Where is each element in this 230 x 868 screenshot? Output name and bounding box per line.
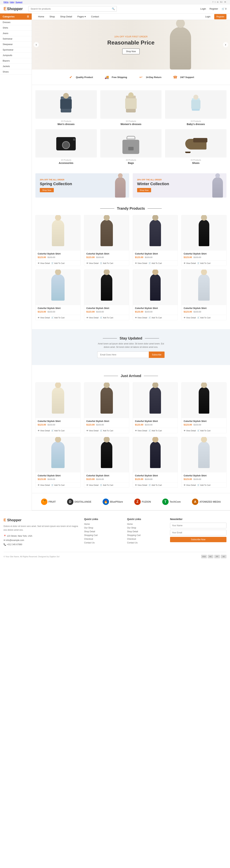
email-icon[interactable]: ✉ [224,1,226,3]
nav-pages[interactable]: Pages ▾ [75,13,88,20]
nav-shop-detail[interactable]: Shop Detail [58,13,75,20]
product-price: $123.00 $103.00 [86,423,127,426]
add-to-cart-link[interactable]: 🛒 Add To Cart [51,429,65,432]
newsletter-email-input[interactable] [97,351,149,358]
support-link[interactable]: Support [15,1,23,3]
add-to-cart-link[interactable]: 🛒 Add To Cart [149,262,162,264]
view-detail-link[interactable]: 👁 View Detail [184,484,196,486]
category-card-babys[interactable]: 15 Products Baby's dresses [165,90,226,126]
gplus-icon[interactable]: G+ [220,1,223,3]
view-detail-link[interactable]: 👁 View Detail [38,316,50,319]
footer-link[interactable]: Contact Us [127,541,138,544]
sidebar-link-sleepwear[interactable]: Sleepwear [0,42,32,47]
footer-link[interactable]: Home [127,523,133,525]
sidebar-link-jeans[interactable]: Jeans [0,31,32,36]
footer-link[interactable]: Shop Detail [127,530,138,533]
category-card-accessories[interactable]: 15 Products Accessories [35,129,97,164]
view-detail-link[interactable]: 👁 View Detail [135,262,147,264]
newsletter-subscribe-button[interactable]: Subscribe [149,351,164,358]
view-detail-link[interactable]: 👁 View Detail [184,429,196,432]
help-link[interactable]: Help [10,1,14,3]
add-to-cart-link[interactable]: 🛒 Add To Cart [100,484,113,486]
sidebar-toggle-icon: ☰ [27,15,29,18]
cart-icon[interactable]: 🛒 0 [222,7,226,10]
brand-digitalange[interactable]: D DIGITALANGE [67,499,91,505]
view-detail-link[interactable]: 👁 View Detail [38,429,50,432]
category-card-shoes[interactable]: 15 Products Shoes [165,129,226,164]
footer-link[interactable]: Our Shop [127,527,136,529]
sidebar-link-sportswear[interactable]: Sportswear [0,47,32,53]
search-input[interactable] [29,6,110,11]
view-detail-link[interactable]: 👁 View Detail [86,429,99,432]
brand-fruit[interactable]: 🍊 FRUIT [41,499,56,505]
add-to-cart-link[interactable]: 🛒 Add To Cart [51,316,65,319]
brand-fuzion[interactable]: Z FUZION [134,499,151,505]
sidebar-link-blazers[interactable]: Blazers [0,58,32,63]
footer-phone: 📞 +012 345 67890 [4,542,79,547]
view-detail-link[interactable]: 👁 View Detail [135,429,147,432]
add-to-cart-link[interactable]: 🛒 Add To Cart [197,262,210,264]
view-detail-link[interactable]: 👁 View Detail [184,316,196,319]
hero-next-button[interactable]: › [223,42,228,48]
footer-link[interactable]: Shopping Cart [127,534,141,536]
view-detail-link[interactable]: 👁 View Detail [86,484,99,486]
view-detail-link[interactable]: 👁 View Detail [86,262,99,264]
add-to-cart-link[interactable]: 🛒 Add To Cart [51,262,65,264]
sidebar-link-swimwear[interactable]: Swimwear [0,36,32,41]
add-to-cart-link[interactable]: 🛒 Add To Cart [149,316,162,319]
category-card-womens[interactable]: 15 Products Women's dresses [100,90,162,126]
brand-techcom[interactable]: T TechCom [162,499,181,505]
category-card-mens[interactable]: 15 Products Men's dresses [35,90,97,126]
faq-link[interactable]: FAQs [4,1,8,3]
brand-atomized[interactable]: A ATOMIZED MEDIA [192,499,221,505]
footer-link[interactable]: Contact Us [84,541,94,544]
facebook-icon[interactable]: f [213,1,213,3]
view-detail-link[interactable]: 👁 View Detail [135,316,147,319]
nav-home[interactable]: Home [35,13,47,20]
linkedin-icon[interactable]: in [217,1,219,3]
add-to-cart-link[interactable]: 🛒 Add To Cart [197,429,210,432]
footer-link[interactable]: Shopping Cart [84,534,98,536]
nav-register[interactable]: Register [214,14,226,19]
view-detail-link[interactable]: 👁 View Detail [135,484,147,486]
view-detail-link[interactable]: 👁 View Detail [86,316,99,319]
register-link[interactable]: Register [209,7,218,10]
footer-link[interactable]: Checkout [84,538,93,540]
brand-bluephlare[interactable]: 🔥 BluePhlare [103,499,123,505]
footer-newsletter-name-input[interactable] [170,523,226,528]
sidebar-link-shoes[interactable]: Shoes [0,69,32,74]
add-to-cart-link[interactable]: 🛒 Add To Cart [197,484,210,486]
nav-contact[interactable]: Contact [88,13,102,20]
add-to-cart-link[interactable]: 🛒 Add To Cart [51,484,65,486]
view-detail-link[interactable]: 👁 View Detail [184,262,196,264]
spring-shop-button[interactable]: Shop Now [40,188,54,192]
add-to-cart-link[interactable]: 🛒 Add To Cart [149,484,162,486]
nav-shop[interactable]: Shop [47,13,58,20]
sidebar-title[interactable]: Categories ☰ [0,13,32,20]
add-to-cart-link[interactable]: 🛒 Add To Cart [100,262,113,264]
view-detail-link[interactable]: 👁 View Detail [38,262,50,264]
nav-login[interactable]: Login [203,14,213,19]
view-detail-link[interactable]: 👁 View Detail [38,484,50,486]
hero-prev-button[interactable]: ‹ [34,42,39,48]
sidebar-link-jackets[interactable]: Jackets [0,64,32,69]
search-button[interactable]: 🔍 [110,6,117,11]
footer-link[interactable]: Shop Detail [84,530,95,533]
hero-shop-button[interactable]: Shop Now [122,49,140,54]
add-to-cart-link[interactable]: 🛒 Add To Cart [100,429,113,432]
sidebar-link-shirts[interactable]: Shirts [0,25,32,31]
winter-shop-button[interactable]: Shop Now [137,188,151,192]
sidebar-link-dresses[interactable]: Dresses [0,20,32,25]
footer-link[interactable]: Our Shop [84,527,93,529]
footer-link[interactable]: Home [84,523,90,525]
footer-newsletter-email-input[interactable] [170,530,226,535]
add-to-cart-link[interactable]: 🛒 Add To Cart [149,429,162,432]
twitter-icon[interactable]: t [215,1,215,3]
add-to-cart-link[interactable]: 🛒 Add To Cart [100,316,113,319]
sidebar-link-jumpsuits[interactable]: Jumpsuits [0,53,32,58]
footer-newsletter-subscribe-button[interactable]: Subscribe Now [170,537,226,542]
category-card-bags[interactable]: 15 Products Bags [100,129,162,164]
footer-link[interactable]: Checkout [127,538,136,540]
add-to-cart-link[interactable]: 🛒 Add To Cart [197,316,210,319]
login-link[interactable]: Login [200,7,206,10]
